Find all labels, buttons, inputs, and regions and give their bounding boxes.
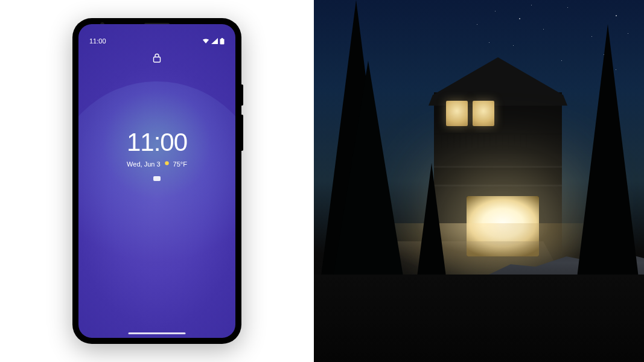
status-indicators <box>202 38 225 45</box>
night-house-photo <box>314 0 644 362</box>
upper-lit-windows <box>446 101 494 126</box>
weather-sun-icon <box>164 160 170 168</box>
lock-indicator-row <box>78 53 235 63</box>
clock-block: 11:00 Wed, Jun 3 75°F <box>78 130 235 169</box>
lock-screen[interactable]: 11:00 11:00 Wed, Jun 3 <box>78 24 235 338</box>
svg-rect-2 <box>154 57 161 63</box>
lock-screen-date-row: Wed, Jun 3 75°F <box>127 160 187 168</box>
house-silhouette <box>432 57 564 256</box>
gesture-nav-bar[interactable] <box>129 332 186 334</box>
notification-email-icon[interactable] <box>153 176 161 181</box>
wifi-icon <box>202 38 209 44</box>
svg-rect-1 <box>222 38 223 39</box>
lock-screen-clock: 11:00 <box>78 130 235 155</box>
dark-foreground <box>314 275 644 362</box>
phone-power-button <box>241 84 243 106</box>
phone-volume-button <box>241 115 243 151</box>
cellular-icon <box>211 38 218 44</box>
battery-icon <box>220 38 225 45</box>
svg-point-3 <box>165 161 168 165</box>
wallpaper-orb <box>78 81 235 293</box>
svg-rect-0 <box>220 39 225 44</box>
lock-screen-temperature: 75°F <box>173 160 187 168</box>
phone-device-frame: 11:00 11:00 Wed, Jun 3 <box>72 18 241 344</box>
phone-showcase-panel: 11:00 11:00 Wed, Jun 3 <box>0 0 314 362</box>
status-time: 11:00 <box>89 37 106 45</box>
lock-screen-date: Wed, Jun 3 <box>127 160 160 168</box>
balcony-railing <box>434 133 562 148</box>
lock-icon <box>153 53 161 63</box>
notification-shelf[interactable] <box>78 176 235 181</box>
status-bar: 11:00 <box>78 35 235 47</box>
